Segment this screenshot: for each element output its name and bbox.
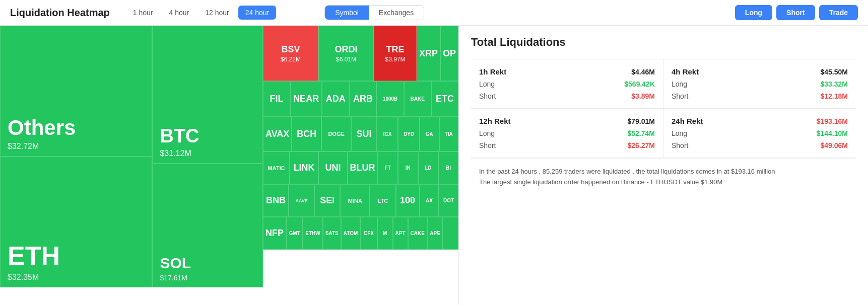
stats-1h-long-value: $569.42K [624,80,655,88]
fil-label: FIL [270,94,284,104]
time-btn-24h[interactable]: 24 hour [238,6,276,20]
stats-4h-long: Long $33.32M [672,80,848,88]
main-content: Others $32.72M ETH $32.35M BTC $31.12M S… [0,26,868,305]
heatmap-cell-bi[interactable]: BI [438,151,458,184]
stats-12h-long: Long $52.74M [479,129,655,137]
heatmap-cell-ax[interactable]: DOT [439,184,458,217]
heatmap-cell-ada[interactable]: ADA [322,81,349,116]
heatmap-cell-btc[interactable]: BTC $31.12M [152,26,263,164]
stats-note: In the past 24 hours , 85,259 traders we… [471,158,856,196]
heatmap-cell-matic[interactable]: MATIC [263,151,290,184]
time-btn-4h[interactable]: 4 hour [162,6,196,20]
mina-label: MINA [348,198,362,204]
heatmap-cell-nfp[interactable]: GMT [286,217,303,250]
heatmap-cell-etc[interactable]: ETC [431,81,458,116]
heatmap-cell-tre[interactable]: TRE $3.97M [374,26,417,81]
heatmap-cell-atom[interactable]: CFX [360,217,377,250]
heatmap-cell-blur[interactable]: BLUR [348,151,378,184]
heatmap-cell-m[interactable]: APT [393,217,408,250]
time-btn-12h[interactable]: 12 hour [198,6,236,20]
heatmap-cell-bake[interactable]: BAKE [404,81,431,116]
header: Liquidation Heatmap 1 hour 4 hour 12 hou… [0,0,868,26]
stats-1h-short-value: $3.89M [631,92,655,100]
stats-12h-short-label: Short [479,141,496,149]
heatmap-cell-link[interactable]: LINK [290,151,318,184]
stats-title: Total Liquidations [471,36,856,49]
eth-value: $32.35M [8,273,145,282]
bch-label: BCH [297,129,316,139]
heatmap-cell-others[interactable]: Others $32.72M [0,26,152,157]
heatmap-cell-avax[interactable]: AVAX [263,116,292,151]
heatmap-cell-auction[interactable]: AAVE [289,184,314,217]
heatmap-cell-apt[interactable]: CAKE [408,217,427,250]
heatmap-cell-in[interactable]: IN [398,151,418,184]
tre-value: $3.97M [385,56,405,63]
heatmap-cell-doge[interactable]: DOGE [321,116,351,151]
btc-label: BTC [160,125,255,147]
short-button[interactable]: Short [776,5,815,20]
stats-24h-header: 24h Rekt $193.16M [672,117,848,125]
heatmap-cell-bch[interactable]: BCH [292,116,321,151]
ethw-label: ATOM [344,231,358,236]
tia-label: TIA [445,131,453,137]
aave-label: SATS [325,231,339,236]
heatmap-cell-ltc[interactable]: 100 [396,184,420,217]
heatmap-cell-cfx[interactable]: M [377,217,393,250]
heatmap-cell-arb[interactable]: ARB [349,81,376,116]
ft-label: FT [385,165,391,171]
blur-label: BLUR [350,163,375,173]
stats-4h-long-value: $33.32M [821,80,848,88]
heatmap-cell-ethw[interactable]: ATOM [341,217,361,250]
heatmap-cell-1000b[interactable]: 1000B [376,81,404,116]
stats-12h-label: 12h Rekt [479,117,511,125]
gmt-label: ETHW [305,231,320,236]
heatmap-cell-xrp[interactable]: XRP [417,26,440,81]
heatmap-cell-dyd[interactable]: DYD [398,116,420,151]
stats-12h-long-value: $52.74M [628,129,655,137]
stats-4h-short-value: $12.18M [821,92,848,100]
heatmap-cell-near[interactable]: NEAR [290,81,322,116]
heatmap-cell-ordi[interactable]: ORDI $6.01M [318,26,374,81]
view-btn-symbol[interactable]: Symbol [325,6,369,20]
heatmap-cell-ga[interactable]: GA [420,116,439,151]
long-button[interactable]: Long [735,5,772,20]
heatmap-cell-icx[interactable]: ICX [377,116,398,151]
etc-label: ETC [436,94,454,104]
bsv-value: $6.22M [281,56,301,63]
stats-1h-short: Short $3.89M [479,92,655,100]
heatmap-cell-dot[interactable]: NFP [263,217,286,250]
near-label: NEAR [293,94,319,104]
heatmap-cell-bsv[interactable]: BSV $6.22M [263,26,318,81]
stats-1h-long: Long $569.42K [479,80,655,88]
heatmap-cell-aave[interactable]: SATS [323,217,341,250]
view-btn-exchanges[interactable]: Exchanges [369,6,424,20]
time-btn-1h[interactable]: 1 hour [126,6,160,20]
heatmap-cell-cake[interactable]: APE [427,217,443,250]
heatmap-cell-fil[interactable]: FIL [263,81,290,116]
heatmap-cell-sui[interactable]: SUI [351,116,377,151]
btc-value: $31.12M [160,149,255,158]
stats-24h-long-value: $144.10M [817,129,848,137]
trade-button[interactable]: Trade [819,5,858,20]
heatmap-cell-eth[interactable]: ETH $32.35M [0,157,152,287]
heatmap-cell-ft[interactable]: FT [378,151,398,184]
auction-label: AAVE [295,198,307,203]
heatmap-cell-uni[interactable]: UNI [318,151,347,184]
heatmap-cell-100[interactable]: AX [420,184,439,217]
heatmap-top-strip: BSV $6.22M ORDI $6.01M TRE $3.97M XRP [263,26,458,81]
stats-4h-short-label: Short [672,92,688,100]
heatmap-cell-op[interactable]: OP [440,26,458,81]
heatmap-cell-tia[interactable]: TIA [439,116,459,151]
heatmap-cell-gmt[interactable]: ETHW [303,217,322,250]
heatmap-cell-ape[interactable] [443,217,458,250]
heatmap-cell-sats[interactable]: LTC [370,184,395,217]
heatmap-cell-sol[interactable]: SOL $17.61M [152,164,263,287]
app-container: Liquidation Heatmap 1 hour 4 hour 12 hou… [0,0,868,305]
xrp-label: XRP [419,48,438,59]
bnb-label: BNB [266,195,286,206]
heatmap-cell-bnb[interactable]: BNB [263,184,289,217]
heatmap-cell-ld[interactable]: LD [418,151,438,184]
heatmap-cell-sei[interactable]: SEI [314,184,340,217]
heatmap-cell-mina[interactable]: MINA [340,184,370,217]
doge-label: DOGE [328,131,344,137]
